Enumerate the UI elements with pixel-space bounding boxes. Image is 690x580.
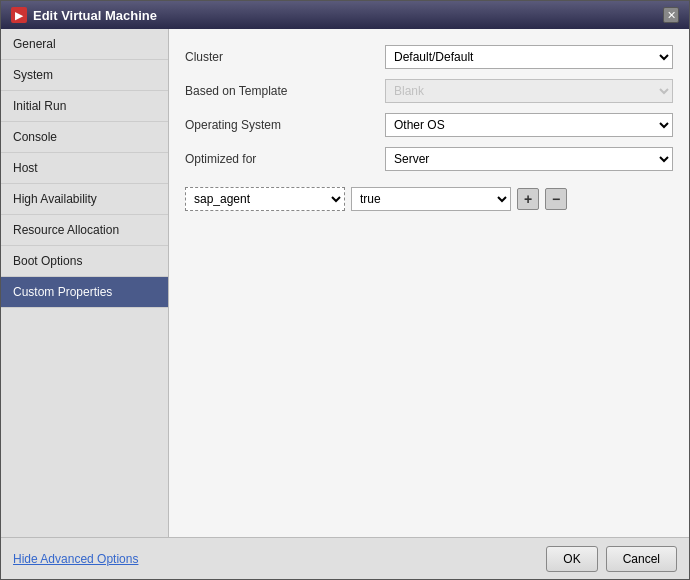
optimized-label: Optimized for: [185, 152, 385, 166]
cancel-button[interactable]: Cancel: [606, 546, 677, 572]
optimized-select[interactable]: Server: [385, 147, 673, 171]
os-row: Operating System Other OS: [185, 113, 673, 137]
os-select[interactable]: Other OS: [385, 113, 673, 137]
os-label: Operating System: [185, 118, 385, 132]
cluster-row: Cluster Default/Default: [185, 45, 673, 69]
optimized-row: Optimized for Server: [185, 147, 673, 171]
template-row: Based on Template Blank: [185, 79, 673, 103]
sidebar-item-initial-run[interactable]: Initial Run: [1, 91, 168, 122]
remove-property-button[interactable]: −: [545, 188, 567, 210]
main-content: General System Initial Run Console Host …: [1, 29, 689, 537]
title-bar-left: ▶ Edit Virtual Machine: [11, 7, 157, 23]
os-control: Other OS: [385, 113, 673, 137]
custom-property-key-select[interactable]: sap_agent: [185, 187, 345, 211]
sidebar-item-resource-allocation[interactable]: Resource Allocation: [1, 215, 168, 246]
cluster-select[interactable]: Default/Default: [385, 45, 673, 69]
custom-props-row: sap_agent true + −: [185, 187, 673, 211]
sidebar: General System Initial Run Console Host …: [1, 29, 169, 537]
dialog-title: Edit Virtual Machine: [33, 8, 157, 23]
vm-icon: ▶: [11, 7, 27, 23]
sidebar-item-system[interactable]: System: [1, 60, 168, 91]
sidebar-item-general[interactable]: General: [1, 29, 168, 60]
title-bar: ▶ Edit Virtual Machine ✕: [1, 1, 689, 29]
hide-advanced-button[interactable]: Hide Advanced Options: [13, 552, 138, 566]
content-area: Cluster Default/Default Based on Templat…: [169, 29, 689, 537]
cluster-control: Default/Default: [385, 45, 673, 69]
sidebar-item-host[interactable]: Host: [1, 153, 168, 184]
cluster-label: Cluster: [185, 50, 385, 64]
optimized-control: Server: [385, 147, 673, 171]
add-property-button[interactable]: +: [517, 188, 539, 210]
custom-property-value-select[interactable]: true: [351, 187, 511, 211]
edit-vm-dialog: ▶ Edit Virtual Machine ✕ General System …: [0, 0, 690, 580]
sidebar-item-custom-properties[interactable]: Custom Properties: [1, 277, 168, 308]
template-label: Based on Template: [185, 84, 385, 98]
sidebar-item-boot-options[interactable]: Boot Options: [1, 246, 168, 277]
footer: Hide Advanced Options OK Cancel: [1, 537, 689, 579]
footer-left: Hide Advanced Options: [13, 552, 138, 566]
close-button[interactable]: ✕: [663, 7, 679, 23]
template-select[interactable]: Blank: [385, 79, 673, 103]
sidebar-item-console[interactable]: Console: [1, 122, 168, 153]
template-control: Blank: [385, 79, 673, 103]
ok-button[interactable]: OK: [546, 546, 597, 572]
sidebar-item-high-availability[interactable]: High Availability: [1, 184, 168, 215]
footer-right: OK Cancel: [546, 546, 677, 572]
